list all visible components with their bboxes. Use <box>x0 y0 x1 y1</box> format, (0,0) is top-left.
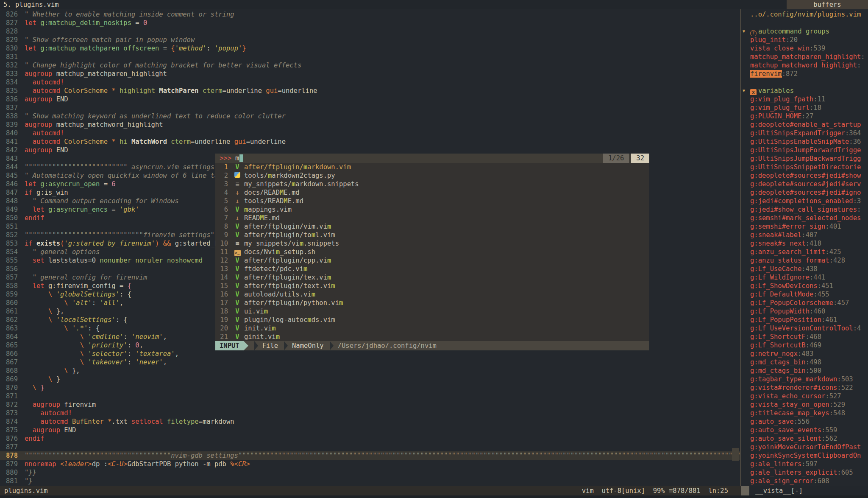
code-line[interactable]: 875 augroup END <box>0 426 740 434</box>
code-line[interactable]: 870 \ } <box>0 383 740 392</box>
tab-buffer-label[interactable]: 5. plugins.vim <box>3 0 59 9</box>
vista-entry[interactable]: g:Lf_ShowDevIcons:451 <box>741 282 868 290</box>
vista-entry[interactable]: g:Lf_PopupPosition:461 <box>741 316 868 324</box>
vista-entry[interactable]: g:anzu_search_limit:425 <box>741 248 868 256</box>
code-line[interactable]: 877 <box>0 443 740 451</box>
vista-entry[interactable]: g:UltiSnipsExpandTrigger:364 <box>741 129 868 137</box>
code-line[interactable]: 871 <box>0 392 740 400</box>
code-line[interactable]: 833augroup matchup_matchparen_highlight <box>0 70 740 78</box>
code-line[interactable]: 828 <box>0 27 740 36</box>
vista-entry[interactable]: g:sneak#s_next:418 <box>741 239 868 248</box>
vista-entry[interactable]: g:deoplete#enable_at_startup <box>741 120 868 129</box>
vista-entry[interactable]: g:tagbar_type_markdown:503 <box>741 375 868 383</box>
vista-group-header[interactable]: ▼xvariables <box>741 87 868 95</box>
vista-entry[interactable]: g:Lf_DefaultMode:455 <box>741 290 868 299</box>
vista-entry[interactable]: g:md_ctags_bin:500 <box>741 367 868 375</box>
code-line[interactable]: 878"""""""""""""""""""""""""""""""""""""… <box>0 451 740 460</box>
vista-entry[interactable]: g:UltiSnipsJumpForwardTrigge <box>741 146 868 154</box>
code-line[interactable]: 827let g:matchup_delim_noskips = 0 <box>0 19 740 27</box>
code-line[interactable]: 874 autocmd BufEnter *.txt setlocal file… <box>0 417 740 426</box>
popup-item[interactable]: 13Vftdetect/pdc.vim <box>215 265 649 273</box>
vista-entry[interactable]: g:ale_linters:597 <box>741 460 868 468</box>
vista-entry[interactable]: g:auto_save:556 <box>741 417 868 426</box>
vista-entry[interactable]: g:deoplete#sources#jedi#serv <box>741 180 868 188</box>
popup-item[interactable]: 14Vafter/ftplugin/tex.vim <box>215 273 649 282</box>
code-line[interactable]: 879nnoremap <leader>dp :<C-U>GdbStartPDB… <box>0 460 740 468</box>
fold-arrow-icon[interactable]: ▼ <box>743 27 745 36</box>
code-line[interactable]: 872 augroup firenvim <box>0 400 740 409</box>
vista-entry[interactable]: g:vista_stay_on_open:529 <box>741 400 868 409</box>
vista-entry[interactable]: g:anzu_status_format:428 <box>741 256 868 265</box>
vista-entry[interactable]: g:PLUGIN_HOME:27 <box>741 112 868 120</box>
tab-buffers[interactable]: buffers <box>787 0 868 9</box>
vista-entry[interactable]: g:ale_sign_error:608 <box>741 477 868 485</box>
popup-item[interactable]: 18Vui.vim <box>215 307 649 316</box>
popup-item[interactable]: 7↓README.md <box>215 214 649 222</box>
popup-item[interactable]: 8Vafter/ftplugin/vim.vim <box>215 222 649 231</box>
code-line[interactable]: 880"}} <box>0 468 740 477</box>
code-line[interactable]: 838" Show matching keyword as underlined… <box>0 112 740 120</box>
code-line[interactable]: 866 \ 'selector': 'textarea', <box>0 350 740 358</box>
code-line[interactable]: 869 \ } <box>0 375 740 383</box>
popup-item[interactable]: 10≡my_snippets/vim.snippets <box>215 239 649 248</box>
popup-item[interactable]: 20Vinit.vim <box>215 324 649 333</box>
vista-entry[interactable]: g:jedi#show_call_signatures: <box>741 205 868 214</box>
vista-entry[interactable]: g:semshi#error_sign:401 <box>741 222 868 231</box>
editor-scrollbar-thumb[interactable] <box>732 448 739 461</box>
vista-entry[interactable]: g:md_ctags_bin:498 <box>741 358 868 367</box>
vista-entry[interactable]: g:vista_echo_cursor:527 <box>741 392 868 400</box>
vista-entry[interactable]: matchup_matchparen_highlight: <box>741 53 868 61</box>
popup-item[interactable]: 4↓docs/README.md <box>215 188 649 197</box>
popup-item[interactable]: 12Vafter/ftplugin/cpp.vim <box>215 256 649 265</box>
vista-entry[interactable]: g:semshi#mark_selected_nodes <box>741 214 868 222</box>
vista-entry[interactable]: matchup_matchword_highlight: <box>741 61 868 70</box>
fold-arrow-icon[interactable]: ▼ <box>743 87 745 95</box>
vista-entry[interactable]: vista_close_win:539 <box>741 44 868 53</box>
code-line[interactable]: 867 \ 'takeover': 'never', <box>0 358 740 367</box>
vista-entry[interactable]: g:jedi#completions_enabled:3 <box>741 197 868 205</box>
code-line[interactable]: 829" Show offscreen match pair in popup … <box>0 36 740 44</box>
popup-item[interactable]: 19Vplugin/log-autocmds.vim <box>215 316 649 324</box>
vista-entry[interactable]: g:yoinkMoveCursorToEndOfPast <box>741 443 868 451</box>
vista-entry[interactable]: g:UltiSnipsEnableSnipMate:36 <box>741 137 868 146</box>
vista-entry[interactable]: g:vim_plug_fpath:11 <box>741 95 868 104</box>
popup-item[interactable]: 1Vafter/ftplugin/markdown.vim <box>215 163 649 171</box>
popup-item[interactable]: 16Vautoload/utils.vim <box>215 290 649 299</box>
vista-entry[interactable]: g:titlecase_map_keys:548 <box>741 409 868 417</box>
vista-entry[interactable]: plug_init:20 <box>741 36 868 44</box>
code-line[interactable]: 836augroup END <box>0 95 740 104</box>
code-line[interactable]: 831 <box>0 53 740 61</box>
vista-entry[interactable]: g:vim_plug_furl:18 <box>741 104 868 112</box>
popup-search-line[interactable]: >>> m 1/26 32 <box>215 154 649 163</box>
code-line[interactable]: 834 autocmd! <box>0 78 740 87</box>
vista-entry[interactable]: g:Lf_UseVersionControlTool:4 <box>741 324 868 333</box>
vista-entry[interactable]: g:sneak#label:407 <box>741 231 868 239</box>
code-line[interactable]: 826" Whether to enable matching inside c… <box>0 10 740 19</box>
code-line[interactable]: 840 autocmd! <box>0 129 740 137</box>
vista-entry[interactable]: g:ale_linters_explicit:605 <box>741 468 868 477</box>
popup-item[interactable]: 17Vafter/ftplugin/python.vim <box>215 299 649 307</box>
popup-item[interactable]: 5↓tools/README.md <box>215 197 649 205</box>
search-input[interactable]: m <box>235 154 239 162</box>
vista-entry[interactable]: g:UltiSnipsSnippetDirectorie <box>741 163 868 171</box>
code-line[interactable]: 832" Change highlight color of matching … <box>0 61 740 70</box>
vista-entry[interactable]: g:auto_save_silent:562 <box>741 434 868 443</box>
code-line[interactable]: 881"} <box>0 477 740 485</box>
popup-item[interactable]: 15Vafter/ftplugin/text.vim <box>215 282 649 290</box>
vista-group-header[interactable]: ▼?autocommand groups <box>741 27 868 36</box>
vista-entry[interactable]: g:yoinkSyncSystemClipboardOn <box>741 451 868 460</box>
vista-entry[interactable]: g:netrw_nogx:483 <box>741 350 868 358</box>
vista-entry[interactable]: g:UltiSnipsJumpBackwardTrigg <box>741 154 868 163</box>
popup-item[interactable]: 21Vginit.vim <box>215 333 649 341</box>
vista-entry[interactable]: g:Lf_ShortcutB:469 <box>741 341 868 350</box>
vista-entry[interactable]: g:Lf_WildIgnore:441 <box>741 273 868 282</box>
code-line[interactable]: 868 \ }, <box>0 367 740 375</box>
popup-item[interactable]: 2tools/markdown2ctags.py <box>215 171 649 180</box>
vista-entry[interactable]: g:auto_save_events:559 <box>741 426 868 434</box>
code-line[interactable]: 839augroup matchup_matchword_highlight <box>0 120 740 129</box>
code-line[interactable]: 842augroup END <box>0 146 740 154</box>
vista-entry[interactable]: g:Lf_PopupColorscheme:457 <box>741 299 868 307</box>
code-line[interactable]: 873 autocmd! <box>0 409 740 417</box>
code-line[interactable]: 835 autocmd ColorScheme * highlight Matc… <box>0 87 740 95</box>
vista-entry[interactable]: firenvim:872 <box>741 70 868 78</box>
